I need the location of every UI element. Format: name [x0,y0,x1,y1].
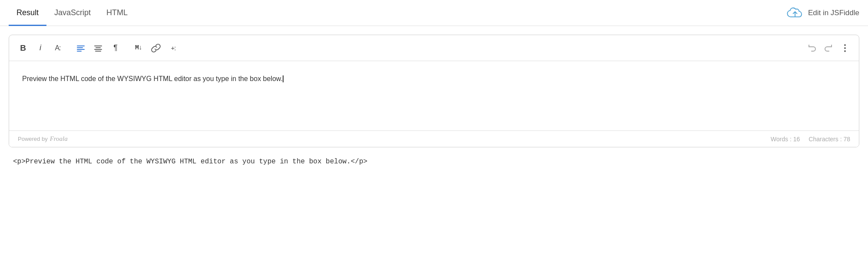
cloud-icon [785,6,805,20]
text-cursor [283,75,284,82]
link-icon [151,43,161,53]
jsfiddle-link[interactable]: Edit in JSFiddle [785,6,859,20]
toolbar-separator-2 [127,43,127,53]
options-button[interactable] [837,40,853,56]
nav-tabs: Result JavaScript HTML [9,0,135,26]
more-icon [844,44,846,52]
editor-toolbar: B i A: [9,35,859,61]
editor-content[interactable]: Preview the HTML code of the WYSIWYG HTM… [9,61,859,130]
froala-brand: Froala [50,135,68,143]
word-count: Words : 16 [771,136,800,143]
html-output-text: <p>Preview the HTML code of the WYSIWYG … [13,158,367,166]
tab-result[interactable]: Result [9,0,46,26]
powered-by: Powered by Froala [18,135,68,143]
character-count: Characters : 78 [809,136,850,143]
undo-button[interactable] [804,40,820,56]
redo-button[interactable] [821,40,836,56]
paragraph-button[interactable] [108,40,123,56]
jsfiddle-label: Edit in JSFiddle [808,9,859,17]
more-button[interactable]: +: [165,40,181,56]
font-size-button[interactable]: A: [50,40,66,56]
toolbar-separator-1 [69,43,69,53]
bold-button[interactable]: B [15,40,31,56]
editor-wrapper: B i A: [9,35,859,147]
top-nav: Result JavaScript HTML Edit in JSFiddle [0,0,868,26]
redo-icon [824,43,833,53]
tab-html[interactable]: HTML [99,0,135,26]
italic-button[interactable]: i [33,40,48,56]
status-right: Words : 16 Characters : 78 [771,136,850,143]
align-center-button[interactable] [90,40,106,56]
markdown-button[interactable]: M↓ [131,40,146,56]
powered-by-label: Powered by [18,136,48,142]
editor-statusbar: Powered by Froala Words : 16 Characters … [9,130,859,147]
undo-icon [807,43,817,53]
pilcrow-icon [113,43,118,52]
align-left-icon [76,44,85,52]
tab-javascript[interactable]: JavaScript [46,0,99,26]
align-left-button[interactable] [73,40,89,56]
toolbar-right [804,40,853,56]
align-center-icon [94,44,102,52]
html-output: <p>Preview the HTML code of the WYSIWYG … [0,147,868,176]
nav-right: Edit in JSFiddle [785,6,859,20]
editor-text: Preview the HTML code of the WYSIWYG HTM… [22,75,283,82]
link-button[interactable] [148,40,164,56]
